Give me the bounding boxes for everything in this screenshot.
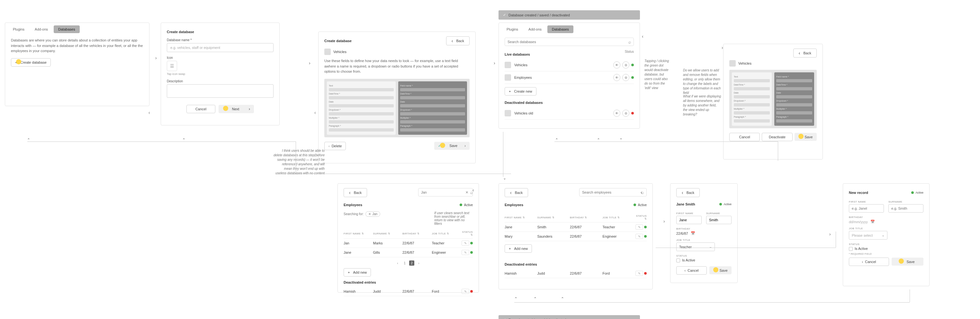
fname-input[interactable]: [849, 204, 884, 212]
save-button[interactable]: Save: [710, 266, 732, 274]
edit-icon[interactable]: ✎: [635, 234, 643, 239]
cancel-button[interactable]: ‹ Cancel: [676, 266, 707, 274]
col-header[interactable]: STATUS: [461, 231, 473, 236]
search-input[interactable]: [421, 190, 465, 194]
save-button[interactable]: Save: [795, 133, 817, 141]
col-header[interactable]: STATUS: [635, 214, 647, 220]
cancel-button[interactable]: ‹ Cancel: [849, 258, 889, 266]
pager-page[interactable]: 1: [402, 260, 407, 266]
view-icon[interactable]: 👁: [613, 74, 620, 81]
back-button[interactable]: Back: [446, 36, 469, 45]
field-label: SURNAME: [706, 212, 732, 215]
col-header[interactable]: FIRST NAME: [344, 232, 371, 235]
screen-employees: Back Employees Active FIRST NAME SURNAME…: [498, 183, 653, 289]
search-input[interactable]: [508, 40, 628, 44]
save-button[interactable]: Save›: [434, 142, 469, 150]
edit-icon[interactable]: ✎: [461, 250, 469, 255]
search-chip[interactable]: ✕ Jan: [366, 211, 380, 217]
tab-addons[interactable]: Add-ons: [524, 26, 546, 33]
bday-placeholder[interactable]: dd/mm/yyyy: [849, 220, 868, 224]
db-row: Employees 👁 ⚙: [504, 72, 634, 84]
back-button[interactable]: Back: [504, 188, 528, 197]
delete-button[interactable]: ‹ Delete: [324, 142, 346, 150]
job-select[interactable]: Please select: [849, 231, 888, 239]
pager-prev[interactable]: ‹: [395, 260, 400, 266]
save-button[interactable]: Save: [892, 258, 923, 266]
col-header[interactable]: JOB TITLE: [603, 216, 633, 219]
page-title: Create database: [324, 39, 352, 43]
status-dot[interactable]: [644, 272, 647, 274]
flow-connector: [656, 247, 836, 248]
sname-input[interactable]: [888, 204, 923, 212]
edit-icon[interactable]: ✎: [635, 225, 643, 230]
cancel-button[interactable]: Cancel: [186, 105, 215, 113]
col-header[interactable]: FIRST NAME: [504, 216, 536, 219]
back-button[interactable]: Back: [793, 49, 817, 57]
calendar-icon[interactable]: 📅: [691, 231, 695, 235]
add-new-button[interactable]: Add new: [504, 244, 532, 253]
tab-plugins[interactable]: Plugins: [502, 26, 523, 33]
status-dot[interactable]: [470, 290, 473, 293]
status-badge: Active: [633, 203, 647, 207]
sname-input[interactable]: [706, 216, 732, 224]
edit-icon[interactable]: ✎: [635, 271, 643, 276]
clear-icon[interactable]: ✕: [465, 190, 468, 195]
desc-label: Description: [167, 80, 274, 83]
chevron-left-icon: [349, 190, 352, 195]
edit-icon[interactable]: ✎: [461, 241, 469, 246]
col-header[interactable]: BIRTHDAY: [402, 232, 430, 235]
arrow-left-icon: ‹: [641, 190, 642, 195]
job-select[interactable]: Teacher: [676, 242, 715, 251]
back-button[interactable]: Back: [344, 188, 367, 197]
cancel-button[interactable]: Cancel: [729, 133, 760, 141]
status-dot[interactable]: [631, 112, 634, 115]
flow-connector: [296, 142, 296, 174]
status-dot[interactable]: [644, 235, 647, 238]
tab-databases[interactable]: Databases: [54, 26, 80, 33]
edit-icon[interactable]: ✎: [461, 289, 469, 294]
back-button[interactable]: Back: [676, 188, 700, 197]
pager-next[interactable]: ›: [416, 260, 422, 266]
db-name-input[interactable]: [167, 43, 274, 52]
arrow-right-icon: ›: [309, 61, 310, 65]
create-new-button[interactable]: Create new: [504, 87, 536, 96]
status-dot[interactable]: [470, 242, 473, 244]
status-checkbox[interactable]: Is Active: [849, 247, 923, 251]
add-new-button[interactable]: Add new: [344, 268, 371, 276]
calendar-icon[interactable]: 📅: [870, 220, 875, 224]
status-dot[interactable]: [631, 64, 634, 66]
fname-input[interactable]: [676, 216, 702, 224]
search-box[interactable]: ✕: [418, 188, 473, 196]
col-header[interactable]: SURNAME: [373, 232, 401, 235]
view-icon[interactable]: 👁: [613, 61, 620, 69]
desc-input[interactable]: [167, 84, 274, 98]
col-header[interactable]: BIRTHDAY: [570, 216, 601, 219]
status-dot[interactable]: [631, 76, 634, 79]
search-box[interactable]: [579, 188, 647, 196]
screen-create-db: Create database Database name * Icon ☰ T…: [161, 22, 280, 125]
db-icon: [504, 110, 511, 116]
gear-icon[interactable]: ⚙: [622, 74, 629, 81]
icon-picker[interactable]: ☰: [167, 61, 177, 71]
field-label: SURNAME: [888, 200, 923, 203]
tab-plugins[interactable]: Plugins: [8, 26, 29, 33]
tab-addons[interactable]: Add-ons: [30, 26, 52, 33]
status-checkbox[interactable]: Is Active: [676, 258, 732, 262]
col-header[interactable]: SURNAME: [538, 216, 568, 219]
gear-icon[interactable]: ⚙: [622, 61, 629, 69]
gear-icon[interactable]: ⚙: [622, 110, 629, 117]
pager-page[interactable]: 2: [409, 260, 414, 266]
search-input[interactable]: [582, 190, 641, 194]
col-header[interactable]: JOB TITLE: [432, 232, 460, 235]
hotspot: [899, 258, 904, 264]
search-icon: [628, 39, 631, 45]
tab-databases[interactable]: Databases: [547, 26, 573, 33]
deact-title: Deactivated databases: [504, 100, 634, 105]
status-dot[interactable]: [470, 251, 473, 254]
page-title: Employees: [504, 203, 523, 207]
deactivate-button[interactable]: Deactivate: [762, 133, 792, 141]
search-box[interactable]: [504, 38, 634, 46]
view-icon[interactable]: 👁: [613, 110, 620, 117]
status-dot[interactable]: [644, 226, 647, 228]
flow-connector: [503, 132, 503, 177]
